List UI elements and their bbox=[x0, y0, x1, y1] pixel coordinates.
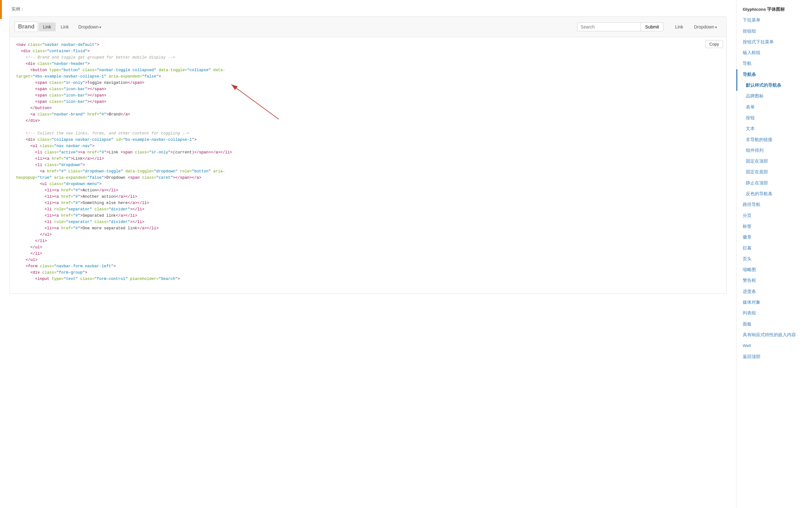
search-input[interactable] bbox=[577, 23, 641, 31]
sidebar-list-group[interactable]: 列表组 bbox=[736, 308, 812, 319]
sidebar-page-header[interactable]: 页头 bbox=[736, 254, 812, 264]
code-block: <nav class="navbar navbar-default"> <div… bbox=[10, 37, 726, 293]
nav-link-link2[interactable]: Link bbox=[56, 23, 73, 31]
sidebar-static-top[interactable]: 静止在顶部 bbox=[736, 178, 812, 188]
nav-right-dropdown[interactable]: Dropdown bbox=[690, 23, 722, 31]
nav-right-links: Link Dropdown bbox=[671, 23, 722, 31]
sidebar-component-align[interactable]: 组件排列 bbox=[736, 145, 812, 156]
navbar-row: Brand Link Link Dropdown Submit Link Dro… bbox=[14, 22, 722, 32]
sidebar-default-navbar[interactable]: 默认样式的导航条 bbox=[736, 80, 812, 91]
nav-link-dropdown[interactable]: Dropdown bbox=[74, 23, 106, 31]
sidebar-label[interactable]: 标签 bbox=[736, 221, 812, 232]
sidebar-brand-icon[interactable]: 品牌图标 bbox=[736, 91, 812, 101]
sidebar-responsive-embed[interactable]: 具有响应式特性的嵌入内容 bbox=[736, 330, 812, 340]
copy-button[interactable]: Copy bbox=[705, 40, 723, 48]
sidebar-back-top[interactable]: 返回顶部 bbox=[736, 351, 812, 362]
sidebar-panel[interactable]: 面板 bbox=[736, 319, 812, 330]
sidebar-pagination[interactable]: 分页 bbox=[736, 210, 812, 221]
sidebar-fixed-bottom[interactable]: 固定在底部 bbox=[736, 167, 812, 177]
sidebar-media-object[interactable]: 媒体对象 bbox=[736, 297, 812, 308]
sidebar-nav[interactable]: 导航 bbox=[736, 58, 812, 69]
example-label: 实例： bbox=[11, 6, 727, 12]
sidebar-fixed-top[interactable]: 固定在顶部 bbox=[736, 156, 812, 167]
nav-right-link[interactable]: Link bbox=[671, 23, 688, 31]
sidebar-button-group[interactable]: 按钮组 bbox=[736, 26, 812, 37]
nav-search-group: Submit bbox=[577, 23, 664, 31]
sidebar: Glyphicons 字体图标 下拉菜单 按钮组 按钮式下拉菜单 输入框组 导航… bbox=[736, 0, 812, 508]
sidebar-inverse-navbar[interactable]: 反色的导航条 bbox=[736, 188, 812, 199]
code-section: Copy <nav class="navbar navbar-default">… bbox=[9, 37, 727, 294]
sidebar-progress-bar[interactable]: 进度条 bbox=[736, 286, 812, 297]
sidebar-input-group[interactable]: 输入框组 bbox=[736, 47, 812, 58]
sidebar-button-dropdown[interactable]: 按钮式下拉菜单 bbox=[736, 37, 812, 47]
sidebar-jumbotron[interactable]: 巨幕 bbox=[736, 243, 812, 254]
sidebar-dropdown-menu[interactable]: 下拉菜单 bbox=[736, 15, 812, 26]
sidebar-breadcrumb[interactable]: 路径导航 bbox=[736, 199, 812, 210]
sidebar-form[interactable]: 表单 bbox=[736, 102, 812, 113]
submit-button[interactable]: Submit bbox=[641, 23, 664, 31]
sidebar-button[interactable]: 按钮 bbox=[736, 113, 812, 123]
navbar-preview: Brand Link Link Dropdown Submit Link Dro… bbox=[9, 16, 727, 37]
main-content: 实例： Brand Link Link Dropdown Submit Link… bbox=[0, 0, 736, 508]
sidebar-thumbnail[interactable]: 缩略图 bbox=[736, 264, 812, 275]
nav-brand: Brand bbox=[14, 22, 38, 32]
sidebar-badge[interactable]: 徽章 bbox=[736, 232, 812, 243]
sidebar-text[interactable]: 文本 bbox=[736, 123, 812, 134]
sidebar-well[interactable]: Well bbox=[736, 340, 812, 351]
sidebar-navbar[interactable]: 导航条 bbox=[736, 69, 812, 80]
orange-bar bbox=[0, 0, 2, 19]
sidebar-alert[interactable]: 警告框 bbox=[736, 275, 812, 286]
nav-link-link1[interactable]: Link bbox=[39, 23, 56, 31]
sidebar-glyphicons: Glyphicons 字体图标 bbox=[736, 3, 812, 15]
sidebar-non-nav-link[interactable]: 非导航的链接 bbox=[736, 134, 812, 145]
